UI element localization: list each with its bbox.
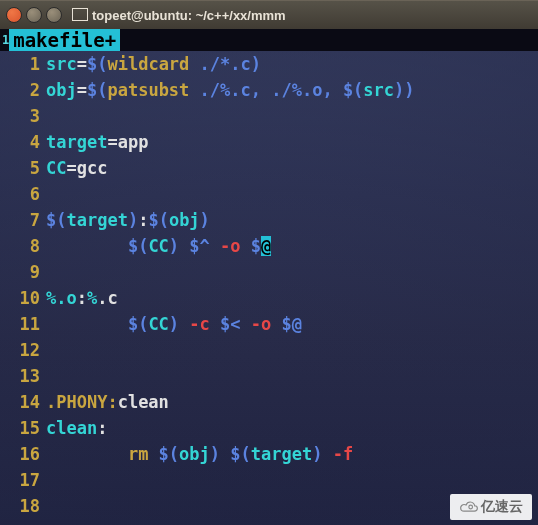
gutter: 2 [0, 77, 46, 103]
code-line: rm $(obj) $(target) -f [46, 441, 538, 467]
maximize-icon[interactable] [46, 7, 62, 23]
tab-file[interactable]: makefile+ [9, 29, 120, 51]
code-line: $(target):$(obj) [46, 207, 538, 233]
code-line: target=app [46, 129, 538, 155]
tab-index: 1 [0, 29, 9, 51]
gutter: 11 [0, 311, 46, 337]
gutter: 17 [0, 467, 46, 493]
gutter: 18 [0, 493, 46, 519]
editor-area[interactable]: 1src=$(wildcard ./*.c) 2obj=$(patsubst .… [0, 51, 538, 525]
window-title-text: topeet@ubuntu: ~/c++/xx/mmm [92, 8, 286, 23]
code-line: .PHONY:clean [46, 389, 538, 415]
gutter: 4 [0, 129, 46, 155]
code-line: $(CC) $^ -o $@ [46, 233, 538, 259]
cloud-icon [459, 499, 479, 515]
code-line: CC=gcc [46, 155, 538, 181]
gutter: 7 [0, 207, 46, 233]
minimize-icon[interactable] [26, 7, 42, 23]
svg-point-0 [469, 505, 473, 509]
gutter: 10 [0, 285, 46, 311]
watermark-text: 亿速云 [481, 498, 523, 516]
gutter: 3 [0, 103, 46, 129]
watermark: 亿速云 [450, 494, 532, 520]
tabbar: 1makefile+ [0, 29, 538, 51]
close-icon[interactable] [6, 7, 22, 23]
code-line [46, 363, 538, 389]
gutter: 9 [0, 259, 46, 285]
gutter: 1 [0, 51, 46, 77]
code-line [46, 259, 538, 285]
window-title: topeet@ubuntu: ~/c++/xx/mmm [72, 7, 286, 23]
gutter: 6 [0, 181, 46, 207]
code-line [46, 337, 538, 363]
titlebar: topeet@ubuntu: ~/c++/xx/mmm [0, 0, 538, 29]
gutter: 8 [0, 233, 46, 259]
terminal-icon [72, 8, 88, 21]
gutter: 13 [0, 363, 46, 389]
code-line: clean: [46, 415, 538, 441]
gutter: 14 [0, 389, 46, 415]
code-line [46, 103, 538, 129]
code-line: obj=$(patsubst ./%.c, ./%.o, $(src)) [46, 77, 538, 103]
code-line [46, 467, 538, 493]
code-line: $(CC) -c $< -o $@ [46, 311, 538, 337]
cursor: @ [261, 236, 271, 256]
code-line [46, 181, 538, 207]
code-line: %.o:%.c [46, 285, 538, 311]
code-line: src=$(wildcard ./*.c) [46, 51, 538, 77]
gutter: 5 [0, 155, 46, 181]
gutter: 12 [0, 337, 46, 363]
gutter: 15 [0, 415, 46, 441]
gutter: 16 [0, 441, 46, 467]
